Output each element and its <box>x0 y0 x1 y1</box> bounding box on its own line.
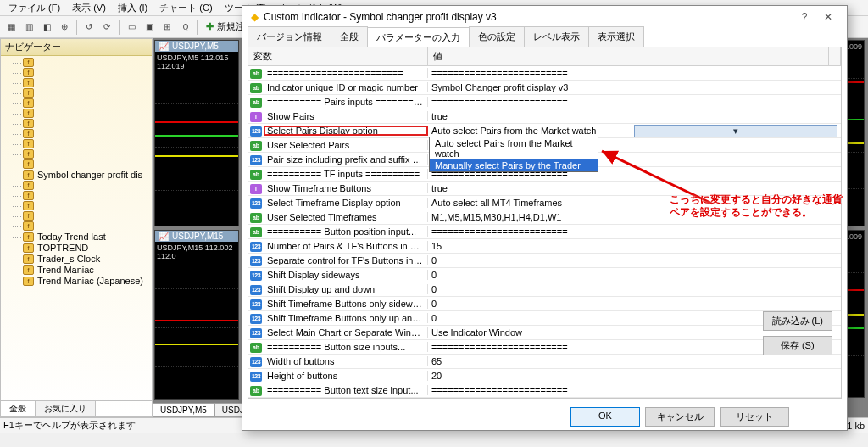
param-row[interactable]: ab========== Button text size input...==… <box>248 383 841 398</box>
dropdown-popup[interactable]: Auto select Pairs from the Market watchM… <box>429 137 598 172</box>
param-row[interactable]: ab========== Button position input...===… <box>248 225 841 239</box>
param-value-cell[interactable]: ========================= <box>428 97 841 107</box>
param-value-cell[interactable]: 0 <box>428 255 841 265</box>
param-value-cell[interactable]: Symbol Changer profit display v3 <box>428 82 841 92</box>
tree-item[interactable]: f <box>13 181 152 191</box>
param-row[interactable]: 123Width of buttons65 <box>248 355 841 369</box>
toolbar-icon[interactable]: ⟳ <box>99 20 114 35</box>
param-row[interactable]: 123Separate control for TF's Buttons in … <box>248 254 841 268</box>
param-value-cell[interactable]: true <box>428 111 841 121</box>
type-icon: ab <box>248 139 264 151</box>
tree-item[interactable]: f <box>13 68 152 78</box>
reset-button[interactable]: リセット <box>720 407 789 427</box>
dropdown-option[interactable]: Manually select Pairs by the Trader <box>430 159 598 171</box>
param-value-cell[interactable]: 20 <box>428 371 841 381</box>
toolbar-icon[interactable]: ▦ <box>3 20 19 35</box>
tree-item[interactable]: f <box>13 58 152 68</box>
tree-item[interactable]: fTrend Maniac (Japanese) <box>13 276 152 287</box>
tree-item[interactable]: f <box>13 211 152 221</box>
help-button[interactable]: ? <box>793 11 816 23</box>
type-icon: ab <box>248 211 264 223</box>
toolbar-icon[interactable]: Ｑ <box>177 20 192 35</box>
tree-item[interactable]: f <box>13 191 152 201</box>
dropdown-option[interactable]: Auto select Pairs from the Market watch <box>430 137 598 159</box>
param-name: User Selected Timeframes <box>264 212 428 222</box>
param-row[interactable]: ab========== Button size inputs...======… <box>248 340 841 355</box>
close-button[interactable]: ✕ <box>816 11 840 23</box>
tree-item[interactable]: fTrader_s Clock <box>13 254 152 265</box>
tree-item[interactable]: f <box>13 129 152 139</box>
toolbar-icon[interactable]: ▭ <box>124 20 139 35</box>
menu-item[interactable]: ファイル (F) <box>3 1 65 15</box>
param-row[interactable]: abIndicator unique ID or magic numberSym… <box>248 81 841 95</box>
dialog-tab[interactable]: 全般 <box>331 26 368 47</box>
tree-item[interactable]: f <box>13 119 152 129</box>
navigator-tree[interactable]: (function(){ const d=JSON.parse(document… <box>1 56 152 400</box>
save-button[interactable]: 保存 (S) <box>763 336 833 355</box>
toolbar-icon[interactable]: ▣ <box>142 20 157 35</box>
param-value-cell[interactable]: ========================= <box>428 68 841 78</box>
param-row[interactable]: 123Shift Timeframe Buttons only up and d… <box>248 311 841 326</box>
param-row[interactable]: ab======================================… <box>248 66 841 81</box>
param-value-cell[interactable]: Auto select Pairs from the Market watch▾ <box>428 125 841 137</box>
toolbar-icon[interactable]: ⊕ <box>57 20 72 35</box>
tree-item[interactable]: f <box>13 98 152 109</box>
param-name: Indicator unique ID or magic number <box>264 82 428 92</box>
dialog-tab[interactable]: パラメーターの入力 <box>367 27 470 47</box>
load-button[interactable]: 読み込み (L) <box>763 311 833 331</box>
type-icon: 123 <box>248 355 264 367</box>
param-name: Shift Display sideways <box>264 270 428 280</box>
chevron-down-icon[interactable]: ▾ <box>634 125 838 137</box>
toolbar-icon[interactable]: ↺ <box>81 20 97 35</box>
tree-item[interactable]: fTrend Maniac <box>13 265 152 276</box>
dialog-tab[interactable]: バージョン情報 <box>248 26 331 47</box>
ok-button[interactable]: OK <box>570 407 640 427</box>
dialog-title: Custom Indicator - Symbol changer profit… <box>264 11 497 23</box>
param-value-cell[interactable]: true <box>428 183 841 193</box>
chart-window[interactable]: 📈USDJPY,M5 USDJPY,M5 112.015 112.019 <box>154 40 239 226</box>
tree-item[interactable]: f <box>13 88 152 98</box>
menu-item[interactable]: 挿入 (I) <box>113 1 153 15</box>
param-row[interactable]: 123Select Main Chart or Separate WindowU… <box>248 326 841 340</box>
dialog-tab[interactable]: レベル表示 <box>524 26 589 47</box>
grid-rows[interactable]: ab======================================… <box>248 66 841 398</box>
param-value-cell[interactable]: 15 <box>428 241 841 251</box>
menu-item[interactable]: 表示 (V) <box>67 1 111 15</box>
tree-item[interactable]: f <box>13 201 152 211</box>
param-row[interactable]: 123Shift Display sideways0 <box>248 268 841 282</box>
param-row[interactable]: 123Shift Timeframe Buttons only sideways… <box>248 297 841 311</box>
cancel-button[interactable]: キャンセル <box>645 407 715 427</box>
nav-tab-fav[interactable]: お気に入り <box>36 401 96 416</box>
param-row[interactable]: ab========== Pairs inputs ==============… <box>248 95 841 109</box>
toolbar-icon[interactable]: ◧ <box>39 20 54 35</box>
tree-item[interactable]: f <box>13 221 152 232</box>
menu-item[interactable]: チャート (C) <box>154 1 217 15</box>
tree-item[interactable]: fToday Trend last <box>13 232 152 243</box>
param-value-cell[interactable]: ========================= <box>428 385 841 395</box>
param-row[interactable]: TShow Pairstrue <box>248 109 841 124</box>
tree-item[interactable]: fSymbol changer profit dis <box>13 170 152 181</box>
tree-item[interactable]: f <box>13 159 152 170</box>
param-value-cell[interactable]: 0 <box>428 284 841 294</box>
tree-item[interactable]: fTOPTREND <box>13 243 152 254</box>
param-value-cell[interactable]: 0 <box>428 299 841 309</box>
param-name: Show Pairs <box>264 111 428 121</box>
chart-tab[interactable]: USDJPY,M5 <box>153 403 214 417</box>
tree-item[interactable]: f <box>13 109 152 119</box>
param-row[interactable]: 123Height of buttons20 <box>248 369 841 383</box>
nav-tab-all[interactable]: 全般 <box>1 401 36 416</box>
param-row[interactable]: 123Shift Display up and down0 <box>248 282 841 297</box>
toolbar-icon[interactable]: ▥ <box>21 20 36 35</box>
dialog-tab[interactable]: 色の設定 <box>469 26 525 47</box>
param-value-cell[interactable]: ========================= <box>428 226 841 237</box>
param-value: 0 <box>431 270 437 280</box>
toolbar-icon[interactable]: ⊞ <box>159 20 175 35</box>
tree-item[interactable]: f <box>13 78 152 88</box>
tree-item[interactable]: f <box>13 149 152 159</box>
param-value-cell[interactable]: 0 <box>428 270 841 280</box>
dialog-tab[interactable]: 表示選択 <box>588 26 644 47</box>
tree-item[interactable]: f <box>13 139 152 149</box>
param-value-cell[interactable]: 65 <box>428 356 841 366</box>
param-row[interactable]: 123Number of Pairs & TF's Buttons in a h… <box>248 239 841 254</box>
chart-window[interactable]: 📈USDJPY,M15 USDJPY,M15 112.002 112.0 <box>154 230 239 400</box>
